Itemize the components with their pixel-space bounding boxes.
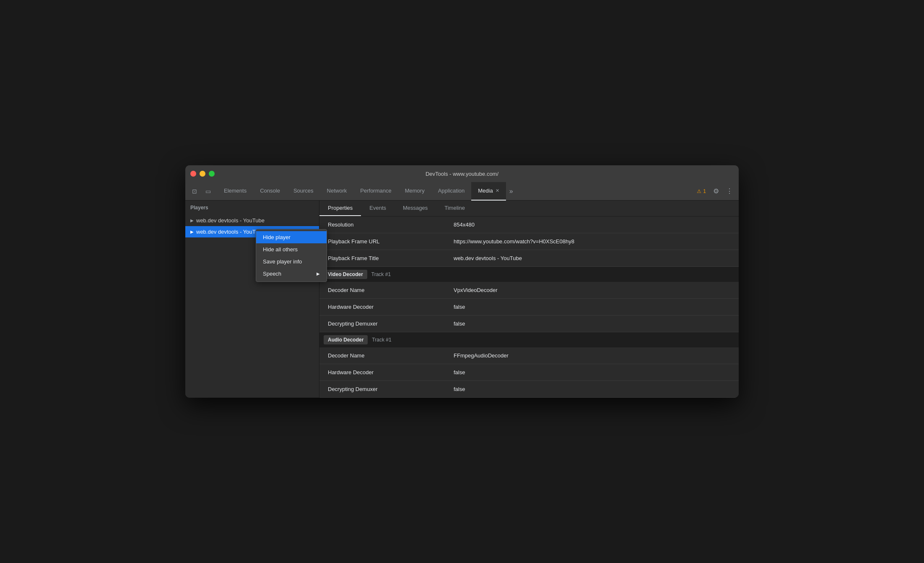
warning-count: 1 (703, 188, 706, 194)
audio-prop-value-hardware-decoder: false (445, 365, 739, 380)
tab-elements[interactable]: Elements (217, 182, 253, 201)
warning-icon: ⚠ (697, 188, 701, 194)
player1-label: web.dev devtools - YouTube (196, 217, 265, 224)
tab-media-close-icon[interactable]: ✕ (496, 188, 499, 193)
tab-application[interactable]: Application (431, 182, 472, 201)
minimize-button[interactable] (200, 171, 205, 177)
maximize-button[interactable] (209, 171, 215, 177)
tab-media[interactable]: Media ✕ (471, 182, 506, 201)
prop-label-resolution: Resolution (319, 217, 445, 232)
tab-console[interactable]: Console (253, 182, 287, 201)
speech-submenu-arrow-icon: ▶ (317, 271, 320, 276)
traffic-lights (190, 171, 215, 177)
audio-prop-label-decrypting-demuxer: Decrypting Demuxer (319, 382, 445, 396)
window-title: DevTools - www.youtube.com/ (426, 171, 498, 177)
audio-prop-row-decoder-name: Decoder Name FFmpegAudioDecoder (319, 347, 739, 364)
more-icon[interactable]: ⋮ (724, 185, 735, 197)
tab-performance[interactable]: Performance (353, 182, 398, 201)
video-prop-label-decoder-name: Decoder Name (319, 283, 445, 297)
video-decoder-track: Track #1 (371, 271, 391, 277)
audio-prop-value-decoder-name: FFmpegAudioDecoder (445, 348, 739, 363)
audio-prop-row-decrypting-demuxer: Decrypting Demuxer false (319, 381, 739, 398)
close-button[interactable] (190, 171, 196, 177)
prop-value-playback-url: https://www.youtube.com/watch?v=H0XScE08… (445, 234, 739, 249)
video-decoder-label: Video Decoder (324, 270, 367, 279)
ctx-hide-all-others[interactable]: Hide all others (256, 243, 327, 255)
properties-table: Resolution 854x480 Playback Frame URL ht… (319, 216, 739, 398)
audio-decoder-section-header: Audio Decoder Track #1 (319, 332, 739, 347)
prop-row-playback-title: Playback Frame Title web.dev devtools - … (319, 250, 739, 267)
main-tab-bar: Elements Console Sources Network Perform… (217, 182, 694, 201)
prop-label-playback-url: Playback Frame URL (319, 234, 445, 249)
video-prop-row-decoder-name: Decoder Name VpxVideoDecoder (319, 282, 739, 299)
prop-row-resolution: Resolution 854x480 (319, 216, 739, 233)
sub-tab-messages[interactable]: Messages (395, 201, 436, 216)
video-prop-value-hardware-decoder: false (445, 300, 739, 314)
sub-tab-timeline[interactable]: Timeline (436, 201, 473, 216)
audio-decoder-track: Track #1 (372, 337, 391, 343)
player1-arrow-icon: ▶ (190, 218, 194, 223)
sub-tab-properties[interactable]: Properties (319, 201, 361, 216)
sub-tab-bar: Properties Events Messages Timeline (319, 201, 739, 216)
main-content: Players ▶ web.dev devtools - YouTube ▶ w… (185, 201, 739, 398)
player2-label: web.dev devtools - YouTube (196, 229, 265, 235)
player2-arrow-icon: ▶ (190, 229, 194, 234)
sidebar: Players ▶ web.dev devtools - YouTube ▶ w… (185, 201, 319, 398)
sidebar-header: Players (185, 201, 319, 215)
video-prop-label-decrypting-demuxer: Decrypting Demuxer (319, 316, 445, 331)
device-toolbar-icon[interactable]: ▭ (202, 185, 214, 197)
video-prop-value-decoder-name: VpxVideoDecoder (445, 283, 739, 297)
audio-decoder-label: Audio Decoder (324, 335, 368, 344)
tab-sources[interactable]: Sources (287, 182, 320, 201)
audio-prop-row-hardware-decoder: Hardware Decoder false (319, 364, 739, 381)
panel: Properties Events Messages Timeline Reso… (319, 201, 739, 398)
audio-prop-label-hardware-decoder: Hardware Decoder (319, 365, 445, 380)
main-toolbar: ⊡ ▭ Elements Console Sources Network Per… (185, 182, 739, 201)
prop-value-playback-title: web.dev devtools - YouTube (445, 251, 739, 266)
video-prop-row-decrypting-demuxer: Decrypting Demuxer false (319, 315, 739, 332)
video-decoder-section-header: Video Decoder Track #1 (319, 267, 739, 282)
devtools-window: DevTools - www.youtube.com/ ⊡ ▭ Elements… (185, 165, 739, 398)
audio-prop-label-decoder-name: Decoder Name (319, 348, 445, 363)
audio-prop-value-decrypting-demuxer: false (445, 382, 739, 396)
tab-network[interactable]: Network (320, 182, 354, 201)
video-prop-row-hardware-decoder: Hardware Decoder false (319, 299, 739, 315)
toolbar-right: ⚠ 1 ⚙ ⋮ (694, 185, 735, 197)
warning-badge[interactable]: ⚠ 1 (694, 188, 709, 195)
prop-value-resolution: 854x480 (445, 217, 739, 232)
context-menu: Hide player Hide all others Save player … (256, 229, 327, 282)
video-prop-label-hardware-decoder: Hardware Decoder (319, 300, 445, 314)
sub-tab-events[interactable]: Events (361, 201, 395, 216)
video-prop-value-decrypting-demuxer: false (445, 316, 739, 331)
prop-row-playback-url: Playback Frame URL https://www.youtube.c… (319, 233, 739, 250)
ctx-speech[interactable]: Speech ▶ (256, 268, 327, 280)
tab-memory[interactable]: Memory (398, 182, 431, 201)
select-element-icon[interactable]: ⊡ (189, 185, 200, 197)
tab-overflow-icon[interactable]: » (506, 188, 517, 195)
prop-label-playback-title: Playback Frame Title (319, 251, 445, 266)
settings-icon[interactable]: ⚙ (710, 185, 722, 197)
ctx-save-player-info[interactable]: Save player info (256, 255, 327, 268)
title-bar: DevTools - www.youtube.com/ (185, 165, 739, 182)
sidebar-item-player1[interactable]: ▶ web.dev devtools - YouTube (185, 215, 319, 226)
toolbar-icon-group: ⊡ ▭ (189, 185, 214, 197)
ctx-hide-player[interactable]: Hide player (256, 231, 327, 243)
